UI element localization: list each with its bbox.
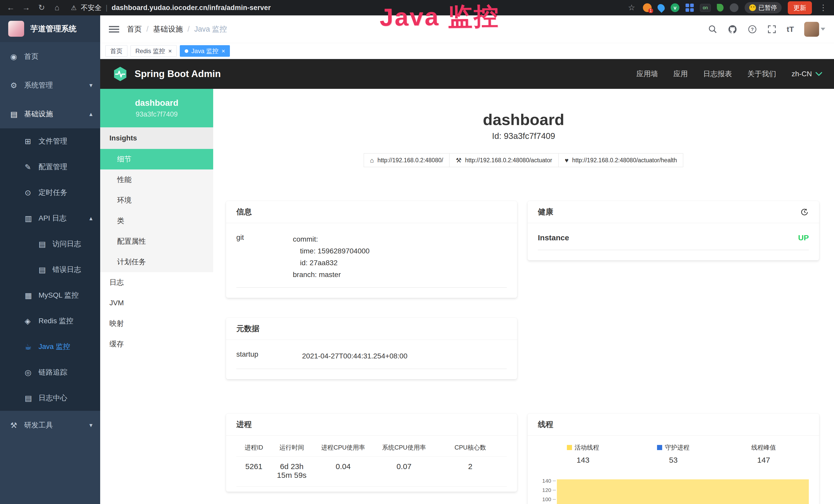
sidebar-item-log-center[interactable]: ▤ 日志中心 <box>0 385 100 411</box>
header-actions: ? tT <box>708 22 825 37</box>
legend-label: 活动线程 <box>575 443 599 452</box>
git-key: git <box>236 233 293 281</box>
sba-item-config-props[interactable]: 配置属性 <box>100 231 213 252</box>
locale-selector[interactable]: zh-CN <box>792 70 822 78</box>
close-icon[interactable]: × <box>221 48 225 54</box>
sidebar-item-label: MySQL 监控 <box>39 290 79 300</box>
val-uptime: 6d 23h 15m 59s <box>271 462 312 480</box>
col-system-cpu: 系统CPU使用率 <box>374 443 434 452</box>
extension-paw-icon[interactable] <box>730 3 739 12</box>
close-icon[interactable]: × <box>168 48 172 54</box>
forward-icon[interactable]: → <box>21 0 31 16</box>
hamburger-icon[interactable] <box>109 25 119 33</box>
legend-daemon-threads: 守护进程 53 <box>628 443 719 464</box>
update-button[interactable]: 更新 <box>788 1 812 15</box>
sba-item-metrics[interactable]: 性能 <box>100 169 213 190</box>
nav-journal[interactable]: 日志报表 <box>703 69 732 79</box>
tab-label: 首页 <box>110 47 123 55</box>
breadcrumb: 首页 / 基础设施 / Java 监控 <box>127 24 227 35</box>
sba-item-mappings[interactable]: 映射 <box>100 313 213 334</box>
extension-leaf-icon[interactable] <box>717 4 724 12</box>
legend-value: 143 <box>538 456 628 464</box>
extension-grid-icon[interactable] <box>685 4 694 12</box>
browser-menu-icon[interactable]: ⋮ <box>818 0 828 16</box>
breadcrumb-home[interactable]: 首页 <box>127 24 142 35</box>
sidebar-item-mysql[interactable]: ▦ MySQL 监控 <box>0 282 100 308</box>
health-card-title: 健康 <box>538 207 553 217</box>
sba-nav: 应用墙 应用 日志报表 关于我们 zh-CN <box>636 69 822 79</box>
page-subtitle: Id: 93a3fc7f7409 <box>213 131 834 141</box>
sidebar-item-files[interactable]: ⊞ 文件管理 <box>0 129 100 154</box>
sidebar-item-label: API 日志 <box>39 213 67 223</box>
yudao-sidebar: 芋道管理系统 ◉ 首页 ⚙ 系统管理 ▾ ▤ 基础设施 ▴ ⊞ 文件管理 ✎ 配… <box>0 16 100 504</box>
paused-badge[interactable]: 已暂停 <box>745 2 782 13</box>
tab-java-monitor[interactable]: Java 监控 × <box>180 45 230 57</box>
sidebar-item-access-log[interactable]: ▤ 访问日志 <box>0 231 100 257</box>
sidebar-item-trace[interactable]: ◎ 链路追踪 <box>0 360 100 385</box>
threads-chart: 140 120 100 <box>538 473 809 504</box>
extension-drop-icon[interactable] <box>656 3 666 13</box>
startup-row: startup 2021-04-27T00:44:31.254+08:00 <box>236 350 507 369</box>
extension-on-badge[interactable]: on <box>700 4 711 12</box>
sidebar-item-java-monitor[interactable]: ☕ Java 监控 <box>0 334 100 360</box>
sba-app-header[interactable]: dashboard 93a3fc7f7409 <box>100 89 213 127</box>
github-icon[interactable] <box>728 24 738 34</box>
val-system-cpu: 0.07 <box>374 462 434 480</box>
reload-icon[interactable]: ↻ <box>37 0 47 16</box>
sidebar-item-config[interactable]: ✎ 配置管理 <box>0 154 100 180</box>
user-menu[interactable] <box>804 22 825 37</box>
col-uptime: 运行时间 <box>271 443 312 452</box>
paused-label: 已暂停 <box>759 4 777 12</box>
chevron-down-icon: ▾ <box>89 421 92 429</box>
sidebar-item-api-log[interactable]: ▥ API 日志 ▴ <box>0 205 100 231</box>
extension-green-icon[interactable]: v <box>671 3 679 12</box>
font-size-icon[interactable]: tT <box>787 25 794 33</box>
nav-about[interactable]: 关于我们 <box>747 69 776 79</box>
tab-redis-monitor[interactable]: Redis 监控 × <box>130 45 177 57</box>
link-label: http://192.168.0.2:48080/actuator <box>465 157 552 164</box>
home-icon[interactable]: ⌂ <box>52 0 62 16</box>
sidebar-item-home[interactable]: ◉ 首页 <box>0 42 100 71</box>
sidebar-item-error-log[interactable]: ▤ 错误日志 <box>0 257 100 282</box>
instance-url-link[interactable]: ⌂ http://192.168.0.2:48080/ <box>364 153 450 167</box>
yudao-logo[interactable]: 芋道管理系统 <box>0 16 100 42</box>
sidebar-item-dev-tools[interactable]: ⚒ 研发工具 ▾ <box>0 411 100 439</box>
address-bar[interactable]: ⚠ 不安全 | dashboard.yudao.iocoder.cn/infra… <box>71 3 271 12</box>
actuator-url-link[interactable]: ⚒ http://192.168.0.2:48080/actuator <box>449 153 558 167</box>
sba-item-details[interactable]: 细节 <box>100 149 213 169</box>
startup-key: startup <box>236 350 302 362</box>
tab-home[interactable]: 首页 <box>105 45 127 57</box>
nav-wallboard[interactable]: 应用墙 <box>636 69 658 79</box>
instance-status-row: Instance UP <box>538 233 809 250</box>
search-icon[interactable] <box>708 25 717 34</box>
nav-applications[interactable]: 应用 <box>674 69 688 79</box>
sba-item-loggers[interactable]: 日志 <box>100 272 213 293</box>
sba-section-insights: Insights <box>100 127 213 149</box>
sidebar-item-infrastructure[interactable]: ▤ 基础设施 ▴ <box>0 100 100 129</box>
sba-item-beans[interactable]: 类 <box>100 210 213 231</box>
bookmark-star-icon[interactable]: ☆ <box>627 0 637 16</box>
extension-orange-icon[interactable]: 1 <box>643 3 652 12</box>
help-icon[interactable]: ? <box>748 25 757 34</box>
sidebar-item-redis[interactable]: ◈ Redis 监控 <box>0 308 100 334</box>
metadata-card: 元数据 startup 2021-04-27T00:44:31.254+08:0… <box>226 318 517 379</box>
sba-item-jvm[interactable]: JVM <box>100 293 213 313</box>
history-icon[interactable] <box>800 208 809 216</box>
status-badge: UP <box>798 233 809 242</box>
extension-badge: 1 <box>648 8 653 13</box>
browser-toolbar: ← → ↻ ⌂ ⚠ 不安全 | dashboard.yudao.iocoder.… <box>0 0 834 16</box>
sba-item-scheduled-tasks[interactable]: 计划任务 <box>100 252 213 272</box>
live-threads-swatch <box>567 445 572 450</box>
page-title: dashboard <box>213 110 834 129</box>
health-url-link[interactable]: ♥ http://192.168.0.2:48080/actuator/heal… <box>558 153 683 167</box>
breadcrumb-infrastructure[interactable]: 基础设施 <box>153 24 183 35</box>
back-icon[interactable]: ← <box>6 0 16 16</box>
sidebar-item-system[interactable]: ⚙ 系统管理 ▾ <box>0 71 100 100</box>
sba-brand[interactable]: Spring Boot Admin <box>112 66 221 82</box>
threads-card-header: 线程 <box>528 414 819 436</box>
startup-value: 2021-04-27T00:44:31.254+08:00 <box>302 350 408 362</box>
fullscreen-icon[interactable] <box>767 25 776 34</box>
sidebar-item-jobs[interactable]: ⊙ 定时任务 <box>0 180 100 205</box>
sba-item-caches[interactable]: 缓存 <box>100 334 213 354</box>
sba-item-environment[interactable]: 环境 <box>100 190 213 210</box>
